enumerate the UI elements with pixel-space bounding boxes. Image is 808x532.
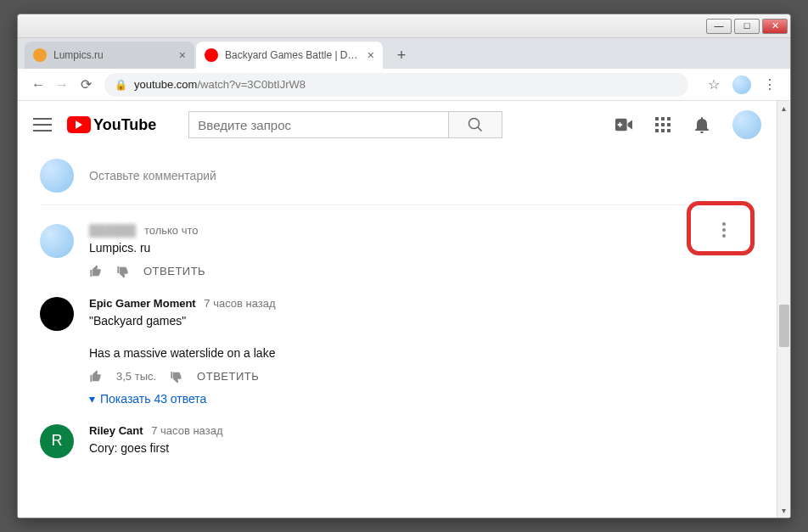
user-avatar: [40, 159, 74, 193]
thumbs-down-icon[interactable]: [116, 265, 130, 278]
comment-actions: 3,5 тыс. ОТВЕТИТЬ: [89, 370, 755, 384]
header-icons: [615, 110, 761, 139]
thumbs-up-icon[interactable]: [89, 370, 103, 384]
close-button[interactable]: ✕: [762, 19, 788, 34]
forward-button: →: [50, 73, 74, 97]
url-input[interactable]: 🔒 youtube.com/watch?v=3C0btIJrW8: [104, 73, 688, 97]
browser-menu-icon[interactable]: ⋮: [758, 73, 782, 97]
svg-rect-9: [667, 123, 671, 126]
svg-marker-1: [628, 120, 632, 130]
create-video-icon[interactable]: [615, 116, 632, 133]
close-tab-icon[interactable]: ×: [368, 48, 374, 62]
reply-button[interactable]: ОТВЕТИТЬ: [143, 265, 205, 277]
scroll-down-icon[interactable]: ▾: [777, 503, 790, 518]
comment-time: 7 часов назад: [151, 424, 222, 437]
comment-author[interactable]: ██████: [89, 224, 136, 237]
svg-rect-6: [667, 117, 671, 120]
new-tab-button[interactable]: +: [390, 43, 413, 67]
youtube-header: YouTube: [18, 101, 777, 148]
comment-author[interactable]: Riley Cant: [89, 424, 143, 437]
browser-window: — □ ✕ Lumpics.ru × Backyard Games Battle…: [17, 14, 791, 518]
tab-title: Backyard Games Battle | Dude Pe: [225, 49, 362, 61]
favicon-icon: [205, 48, 218, 62]
apps-grid-icon[interactable]: [654, 116, 671, 133]
profile-avatar-icon[interactable]: [732, 76, 751, 94]
svg-rect-7: [655, 123, 659, 126]
search-input[interactable]: [188, 111, 448, 138]
svg-rect-10: [655, 129, 659, 132]
svg-rect-11: [661, 129, 665, 132]
maximize-button[interactable]: □: [734, 19, 760, 34]
view-replies-button[interactable]: ▾ Показать 43 ответа: [89, 392, 755, 406]
svg-rect-4: [655, 117, 659, 120]
svg-rect-5: [661, 117, 665, 120]
comment-text: Cory: goes first: [89, 440, 755, 456]
comment-time: 7 часов назад: [204, 297, 275, 310]
tab-bar: Lumpics.ru × Backyard Games Battle | Dud…: [18, 38, 790, 69]
browser-tab[interactable]: Lumpics.ru ×: [25, 42, 194, 69]
youtube-play-icon: [67, 116, 91, 133]
comments-section: Оставьте комментарий ██████ только что L…: [18, 148, 777, 464]
user-avatar[interactable]: [732, 110, 761, 139]
commenter-avatar[interactable]: R: [40, 424, 74, 458]
comment-text: Lumpics. ru: [89, 240, 755, 256]
address-bar: ← → ⟳ 🔒 youtube.com/watch?v=3C0btIJrW8 ☆…: [18, 69, 790, 101]
browser-tab-active[interactable]: Backyard Games Battle | Dude Pe ×: [196, 42, 383, 69]
notifications-bell-icon[interactable]: [693, 116, 710, 133]
reply-button[interactable]: ОТВЕТИТЬ: [197, 370, 259, 383]
menu-icon[interactable]: [33, 118, 52, 132]
commenter-avatar[interactable]: [40, 224, 74, 258]
search-button[interactable]: [448, 111, 502, 138]
search-icon: [468, 117, 483, 132]
thumbs-down-icon[interactable]: [170, 370, 183, 384]
svg-rect-3: [618, 124, 622, 126]
add-comment-placeholder: Оставьте комментарий: [89, 169, 216, 182]
svg-rect-8: [661, 123, 665, 126]
comment-item: ██████ только что Lumpics. ru ОТВЕТИТЬ: [40, 224, 755, 278]
url-host: youtube.com: [134, 78, 197, 91]
youtube-logo[interactable]: YouTube: [67, 116, 156, 134]
page-content: YouTube: [18, 101, 790, 518]
back-button[interactable]: ←: [26, 73, 50, 97]
comment-item: Epic Gamer Moment 7 часов назад "Backyar…: [40, 297, 755, 406]
thumbs-up-icon[interactable]: [89, 265, 103, 278]
scrollbar-thumb[interactable]: [779, 305, 789, 347]
favicon-icon: [33, 48, 47, 62]
close-tab-icon[interactable]: ×: [179, 48, 186, 62]
tab-title: Lumpics.ru: [53, 49, 174, 61]
window-titlebar: — □ ✕: [18, 14, 790, 38]
search-form: [188, 111, 502, 138]
reload-button[interactable]: ⟳: [74, 73, 98, 97]
comment-options-button[interactable]: [709, 215, 739, 245]
caret-down-icon: ▾: [89, 392, 95, 406]
vertical-scrollbar[interactable]: ▴ ▾: [777, 101, 790, 518]
url-path: /watch?v=3C0btIJrW8: [197, 78, 306, 91]
like-count: 3,5 тыс.: [116, 370, 156, 383]
minimize-button[interactable]: —: [706, 19, 732, 34]
comment-item: R Riley Cant 7 часов назад Cory: goes fi…: [40, 424, 755, 465]
add-comment-row[interactable]: Оставьте комментарий: [40, 159, 755, 205]
bookmark-star-icon[interactable]: ☆: [702, 73, 726, 97]
comment-actions: ОТВЕТИТЬ: [89, 265, 755, 278]
comment-text: "Backyard games" Has a massive waterslid…: [89, 313, 755, 361]
comment-time: только что: [144, 224, 199, 237]
youtube-logo-text: YouTube: [93, 116, 156, 134]
svg-rect-12: [667, 129, 671, 132]
lock-icon: 🔒: [115, 79, 127, 91]
comment-author[interactable]: Epic Gamer Moment: [89, 297, 196, 310]
commenter-avatar[interactable]: [40, 297, 74, 331]
scroll-up-icon[interactable]: ▴: [777, 101, 790, 115]
